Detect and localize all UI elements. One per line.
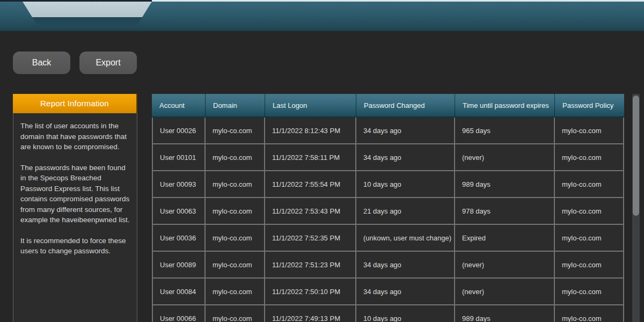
table-row[interactable]: User 00063 mylo-co.com 11/1/2022 7:53:43…	[153, 198, 623, 225]
table-row[interactable]: User 00089 mylo-co.com 11/1/2022 7:51:23…	[153, 252, 623, 279]
cell-password-policy: mylo-co.com	[555, 305, 623, 322]
back-button[interactable]: Back	[13, 52, 70, 74]
cell-last-logon: 11/1/2022 7:51:23 PM	[265, 252, 356, 277]
cell-last-logon: 11/1/2022 7:53:43 PM	[265, 198, 356, 224]
cell-password-policy: mylo-co.com	[555, 118, 623, 143]
cell-password-changed: (unkown, user must change)	[356, 225, 455, 251]
cell-account: User 00036	[153, 225, 206, 251]
cell-password-changed: 34 days ago	[356, 279, 455, 304]
cell-password-changed: 21 days ago	[356, 198, 455, 224]
app-tab-shape	[23, 2, 152, 17]
cell-account: User 00101	[153, 144, 206, 170]
cell-time-until-expires: 989 days	[455, 305, 555, 322]
cell-time-until-expires: 965 days	[455, 118, 555, 143]
cell-domain: mylo-co.com	[206, 225, 265, 251]
report-information-panel: Report Information The list of user acco…	[13, 94, 137, 322]
cell-domain: mylo-co.com	[206, 144, 265, 170]
app-tab-shadow	[23, 17, 152, 26]
column-header-account[interactable]: Account	[152, 94, 206, 116]
cell-password-policy: mylo-co.com	[555, 252, 623, 277]
column-header-password-policy[interactable]: Password Policy	[555, 94, 624, 116]
report-description-paragraph: The passwords have been found in the Spe…	[20, 163, 130, 225]
cell-last-logon: 11/1/2022 7:52:35 PM	[265, 225, 356, 251]
cell-time-until-expires: (never)	[455, 252, 555, 277]
cell-domain: mylo-co.com	[206, 198, 265, 224]
cell-last-logon: 11/1/2022 7:55:54 PM	[265, 171, 356, 197]
cell-password-policy: mylo-co.com	[555, 144, 623, 170]
cell-password-changed: 34 days ago	[356, 144, 455, 170]
cell-time-until-expires: 978 days	[455, 198, 555, 224]
column-header-time-until-expires[interactable]: Time until password expires	[455, 94, 555, 116]
export-button[interactable]: Export	[79, 52, 137, 74]
table-row[interactable]: User 00093 mylo-co.com 11/1/2022 7:55:54…	[153, 171, 623, 198]
cell-account: User 00063	[153, 198, 206, 224]
cell-account: User 00093	[153, 171, 206, 197]
cell-account: User 00066	[153, 305, 206, 322]
column-header-password-changed[interactable]: Password Changed	[356, 94, 455, 116]
cell-account: User 00084	[153, 279, 206, 304]
table-body: User 00026 mylo-co.com 11/1/2022 8:12:43…	[152, 118, 624, 322]
report-description-paragraph: It is recommended to force these users t…	[20, 236, 130, 257]
topbar-dark-notch	[0, 0, 152, 2]
cell-password-changed: 34 days ago	[356, 118, 455, 143]
cell-domain: mylo-co.com	[206, 305, 265, 322]
cell-domain: mylo-co.com	[206, 252, 265, 277]
cell-last-logon: 11/1/2022 7:49:13 PM	[265, 305, 356, 322]
column-header-domain[interactable]: Domain	[206, 94, 265, 116]
cell-time-until-expires: 989 days	[455, 171, 555, 197]
cell-domain: mylo-co.com	[206, 171, 265, 197]
topbar-highlight-line	[152, 0, 644, 2]
cell-password-changed: 10 days ago	[356, 305, 455, 322]
cell-password-changed: 10 days ago	[356, 171, 455, 197]
cell-time-until-expires: (never)	[455, 144, 555, 170]
cell-last-logon: 11/1/2022 8:12:43 PM	[265, 118, 356, 143]
report-description-paragraph: The list of user accounts in the domain …	[20, 121, 130, 152]
table-row[interactable]: User 00066 mylo-co.com 11/1/2022 7:49:13…	[153, 305, 623, 322]
cell-time-until-expires: (never)	[455, 279, 555, 304]
table-row[interactable]: User 00084 mylo-co.com 11/1/2022 7:50:10…	[153, 279, 623, 305]
cell-password-policy: mylo-co.com	[555, 225, 623, 251]
cell-account: User 00089	[153, 252, 206, 277]
cell-account: User 00026	[153, 118, 206, 143]
report-information-title: Report Information	[13, 94, 137, 113]
cell-time-until-expires: Expired	[455, 225, 555, 251]
report-information-body: The list of user accounts in the domain …	[13, 113, 137, 322]
report-screen: Back Export Report Information The list …	[0, 0, 644, 322]
table-row[interactable]: User 00101 mylo-co.com 11/1/2022 7:58:11…	[153, 144, 623, 171]
cell-password-policy: mylo-co.com	[555, 171, 623, 197]
vertical-scrollbar-thumb[interactable]	[633, 96, 639, 216]
cell-password-policy: mylo-co.com	[555, 279, 623, 304]
cell-password-changed: 34 days ago	[356, 252, 455, 277]
cell-last-logon: 11/1/2022 7:58:11 PM	[265, 144, 356, 170]
column-header-last-logon[interactable]: Last Logon	[265, 94, 356, 116]
breached-accounts-table: Account Domain Last Logon Password Chang…	[152, 94, 624, 322]
cell-domain: mylo-co.com	[206, 118, 265, 143]
table-row[interactable]: User 00026 mylo-co.com 11/1/2022 8:12:43…	[153, 118, 623, 144]
cell-password-policy: mylo-co.com	[555, 198, 623, 224]
cell-last-logon: 11/1/2022 7:50:10 PM	[265, 279, 356, 304]
top-banner	[0, 0, 644, 31]
cell-domain: mylo-co.com	[206, 279, 265, 304]
table-row[interactable]: User 00036 mylo-co.com 11/1/2022 7:52:35…	[153, 225, 623, 252]
table-header-row: Account Domain Last Logon Password Chang…	[152, 94, 624, 118]
